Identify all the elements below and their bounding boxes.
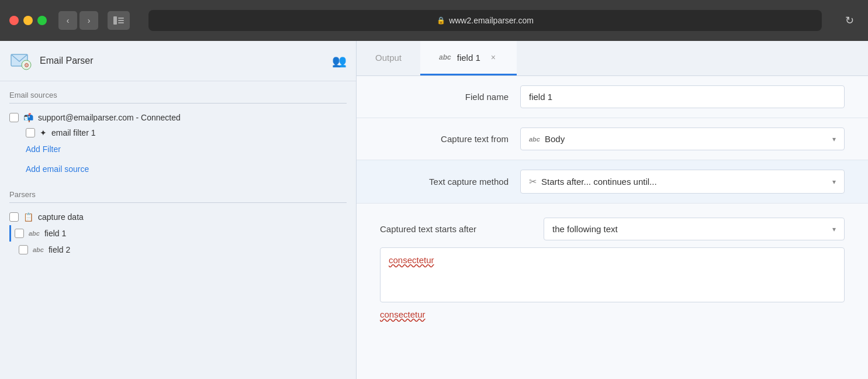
capture-from-row: Capture text from abc Body ▾ (357, 118, 868, 160)
capture-from-value: Body (545, 134, 565, 144)
field-name-label: Field name (380, 92, 509, 102)
parsers-label: Parsers (9, 190, 347, 203)
svg-rect-1 (118, 18, 124, 19)
starts-after-chevron: ▾ (832, 225, 836, 233)
minimize-traffic-light[interactable] (23, 16, 33, 25)
parser-checkbox[interactable] (9, 212, 19, 222)
titlebar: ‹ › 🔒 www2.emailparser.com ↻ (0, 0, 868, 41)
field-name-input[interactable] (520, 85, 845, 108)
svg-rect-2 (118, 20, 124, 21)
source-email-icon: 📬 (23, 113, 33, 122)
tab-output[interactable]: Output (357, 41, 420, 75)
capture-method-select[interactable]: ✂ Starts after... continues until... ▾ (520, 170, 845, 194)
bottom-section: Captured text starts after the following… (357, 204, 868, 339)
source-item: 📬 support@emailparser.com - Connected (9, 109, 347, 126)
parser-icon: 📋 (23, 212, 33, 222)
sidebar: ⚙ Email Parser 👥 Email sources 📬 support… (0, 41, 357, 379)
filter-item: ✦ email filter 1 (26, 126, 347, 140)
capture-method-select-wrapper: ✂ Starts after... continues until... ▾ (520, 170, 845, 194)
form-area: Field name Capture text from abc Body ▾ … (357, 76, 868, 379)
text-content-display: consectetur (380, 309, 426, 319)
reload-button[interactable]: ↻ (841, 12, 859, 29)
capture-method-label: Text capture method (380, 177, 509, 187)
capture-from-select[interactable]: abc Body ▾ (520, 128, 845, 150)
tab-field1-abc-icon: abc (439, 53, 451, 61)
parser-capture-data: 📋 capture data (9, 209, 347, 225)
forward-button[interactable]: › (79, 11, 98, 30)
back-button[interactable]: ‹ (58, 11, 77, 30)
parsers-section: Parsers 📋 capture data abc field 1 abc f… (9, 190, 347, 258)
scissors-icon: ✂ (529, 176, 537, 187)
capture-from-label: Capture text from (380, 134, 509, 144)
svg-rect-0 (113, 16, 117, 25)
lock-icon: 🔒 (437, 16, 445, 25)
starts-after-row: Captured text starts after the following… (380, 218, 845, 240)
svg-text:⚙: ⚙ (24, 62, 29, 68)
tab-field1-close-button[interactable]: × (489, 51, 498, 63)
filter-checkbox[interactable] (26, 128, 35, 137)
fullscreen-traffic-light[interactable] (37, 16, 47, 25)
close-traffic-light[interactable] (9, 16, 19, 25)
parser-name: capture data (38, 212, 84, 222)
right-panel: Output abc field 1 × Field name Capture … (357, 41, 868, 379)
url-text: www2.emailparser.com (449, 16, 534, 25)
users-icon[interactable]: 👥 (332, 54, 347, 68)
capture-method-chevron: ▾ (832, 178, 836, 186)
field1-abc-badge: abc (29, 230, 40, 237)
add-email-source-link[interactable]: Add email source (26, 162, 347, 176)
field-item-1[interactable]: abc field 1 (9, 225, 347, 242)
traffic-lights (9, 16, 47, 25)
starts-after-select[interactable]: the following text ▾ (544, 218, 845, 240)
field1-checkbox[interactable] (15, 229, 24, 238)
field-name-row: Field name (357, 76, 868, 118)
filter-icon: ✦ (40, 128, 47, 137)
sidebar-toggle-button[interactable] (108, 11, 130, 30)
text-content-input[interactable]: consectetur (380, 247, 845, 302)
capture-from-select-wrapper: abc Body ▾ (520, 128, 845, 150)
tab-field1-label: field 1 (457, 53, 480, 63)
tab-field1[interactable]: abc field 1 × (420, 41, 517, 75)
starts-after-value: the following text (552, 224, 618, 234)
add-filter-link[interactable]: Add Filter (26, 142, 347, 156)
app-title: Email Parser (40, 56, 325, 66)
app-icon: ⚙ (9, 49, 33, 73)
capture-method-value: Starts after... continues until... (541, 177, 657, 187)
sidebar-content: Email sources 📬 support@emailparser.com … (0, 81, 356, 379)
capture-method-row: Text capture method ✂ Starts after... co… (357, 160, 868, 204)
field1-name: field 1 (44, 229, 66, 238)
email-sources-label: Email sources (9, 91, 347, 104)
source-email-text: support@emailparser.com - Connected (38, 113, 181, 122)
starts-after-label: Captured text starts after (380, 224, 532, 234)
svg-rect-3 (118, 22, 124, 23)
field-item-2[interactable]: abc field 2 (9, 242, 347, 258)
sidebar-header: ⚙ Email Parser 👥 (0, 41, 356, 81)
nav-buttons: ‹ › (58, 11, 98, 30)
tab-output-label: Output (375, 53, 402, 63)
starts-after-select-wrapper: the following text ▾ (544, 218, 845, 240)
source-checkbox[interactable] (9, 113, 19, 122)
filter-name: email filter 1 (51, 128, 95, 137)
field2-abc-badge: abc (33, 246, 44, 253)
main-layout: ⚙ Email Parser 👥 Email sources 📬 support… (0, 41, 868, 379)
address-bar[interactable]: 🔒 www2.emailparser.com (148, 10, 822, 31)
field2-name: field 2 (49, 245, 70, 254)
capture-from-chevron: ▾ (832, 135, 836, 143)
field2-checkbox[interactable] (19, 245, 28, 254)
capture-from-abc-icon: abc (529, 136, 540, 143)
tabs-bar: Output abc field 1 × (357, 41, 868, 76)
